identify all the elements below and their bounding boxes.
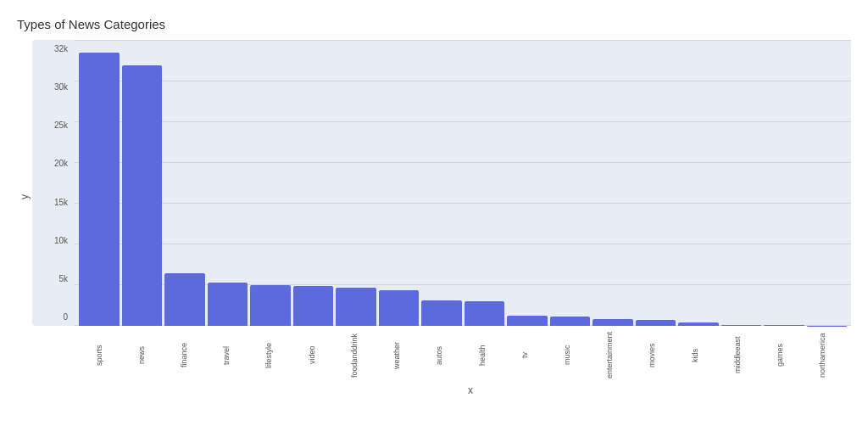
x-label: music (563, 328, 571, 383)
x-label-wrapper: finance (164, 328, 203, 383)
bar-wrapper (465, 44, 505, 326)
x-label: entertainment (605, 328, 614, 383)
bar (421, 300, 462, 326)
grid-and-bars: 32k30k25k20k15k10k5k0 (32, 40, 851, 326)
x-label: tv (520, 328, 529, 383)
bar (721, 325, 762, 326)
bar (250, 285, 291, 326)
bar (507, 316, 548, 326)
y-axis-label: y (17, 44, 32, 350)
x-label: lifestyle (264, 328, 273, 383)
x-label: kids (691, 328, 699, 383)
bar-wrapper (678, 44, 719, 326)
chart-title: Types of News Categories (17, 17, 851, 31)
bar (550, 317, 591, 326)
x-label-wrapper: music (547, 328, 587, 383)
bar-wrapper (507, 44, 548, 326)
x-labels-row: sportsnewsfinancetravellifestylevideofoo… (32, 328, 851, 383)
x-label: finance (180, 328, 188, 383)
x-label: middleeast (733, 328, 742, 383)
bar (636, 320, 676, 326)
bar-wrapper (250, 44, 291, 326)
bar (336, 288, 376, 326)
bar (465, 301, 505, 326)
x-label-wrapper: weather (377, 328, 417, 383)
x-label-wrapper: health (462, 328, 502, 383)
x-label-wrapper: lifestyle (249, 328, 289, 383)
bar-wrapper (164, 44, 205, 326)
bar-wrapper (593, 44, 633, 326)
x-label: autos (435, 328, 443, 383)
chart-area: y 32k30k25k20k15k10k5k0 sportsnewsfinanc… (17, 40, 851, 396)
bar-wrapper (807, 44, 848, 326)
bar (678, 322, 719, 326)
bar-wrapper (421, 44, 462, 326)
bar (764, 325, 804, 326)
x-label-wrapper: entertainment (590, 328, 630, 383)
x-label-wrapper: autos (420, 328, 459, 383)
x-label: foodanddrink (350, 328, 359, 383)
x-label-wrapper: games (760, 328, 800, 383)
x-label: games (776, 328, 784, 383)
x-label-wrapper: northamerica (803, 328, 843, 383)
bars-row (75, 40, 851, 326)
x-label-wrapper: sports (79, 328, 119, 383)
bar (122, 65, 163, 326)
bar-wrapper (636, 44, 676, 326)
bar (79, 53, 120, 326)
x-label-wrapper: foodanddrink (334, 328, 374, 383)
x-label: health (478, 328, 487, 383)
x-label-wrapper: movies (632, 328, 672, 383)
x-label: video (308, 328, 316, 383)
bar-wrapper (293, 44, 334, 326)
x-label-wrapper: tv (504, 328, 544, 383)
y-tick: 5k (32, 274, 73, 283)
y-tick: 15k (32, 198, 73, 207)
bar-wrapper (79, 44, 120, 326)
bar-wrapper (336, 44, 376, 326)
x-label: news (137, 328, 146, 383)
bar-wrapper (122, 44, 163, 326)
plot-area: 32k30k25k20k15k10k5k0 sportsnewsfinancet… (32, 40, 851, 396)
bar-wrapper (550, 44, 591, 326)
y-tick: 25k (32, 121, 73, 130)
x-label: travel (222, 328, 231, 383)
bar (293, 286, 334, 326)
bar-wrapper (208, 44, 248, 326)
x-label-wrapper: news (121, 328, 161, 383)
bar-wrapper (764, 44, 804, 326)
x-label: weather (392, 328, 401, 383)
bar-wrapper (721, 44, 762, 326)
y-tick: 0 (32, 312, 73, 322)
x-label-wrapper: kids (675, 328, 715, 383)
x-label: northamerica (818, 328, 826, 383)
y-tick: 10k (32, 236, 73, 245)
y-tick: 20k (32, 159, 73, 168)
x-label-wrapper: middleeast (717, 328, 757, 383)
x-label: movies (648, 328, 656, 383)
x-label: sports (95, 328, 103, 383)
bar (164, 273, 205, 326)
y-tick-labels: 32k30k25k20k15k10k5k0 (32, 40, 73, 326)
y-tick: 32k (32, 44, 73, 53)
x-label-wrapper: travel (207, 328, 247, 383)
bar-wrapper (379, 44, 420, 326)
bar (593, 319, 633, 326)
y-tick: 30k (32, 82, 73, 92)
x-axis-label: x (32, 384, 851, 396)
bar (208, 283, 248, 326)
chart-container: Types of News Categories y 32k30k25k20k1… (0, 0, 868, 426)
x-label-wrapper: video (292, 328, 331, 383)
bar (379, 290, 420, 326)
